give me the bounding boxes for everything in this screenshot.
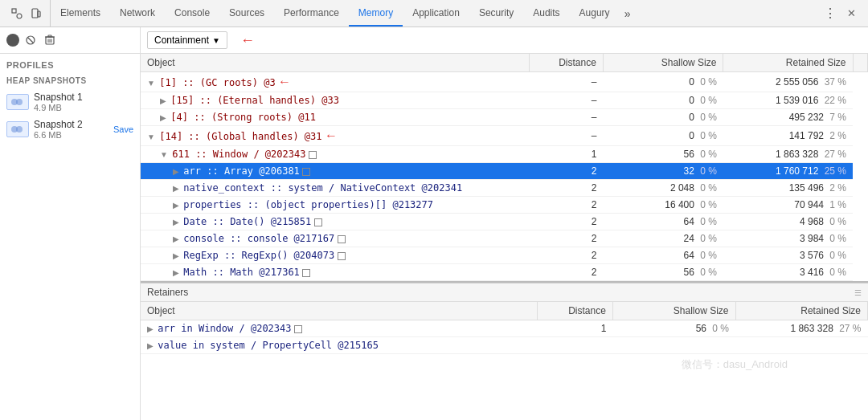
arrow-indicator-1: ← [240, 32, 255, 49]
tab-performance[interactable]: Performance [274, 0, 349, 27]
delete-button[interactable] [42, 32, 58, 48]
svg-rect-3 [38, 11, 40, 17]
table-row[interactable]: ▶ native_context :: system / NativeConte… [141, 180, 868, 197]
record-button[interactable] [6, 34, 19, 47]
table-row[interactable]: ▶ properties :: (object properties)[] @2… [141, 197, 868, 214]
expand-arrow[interactable]: ▶ [147, 324, 154, 333]
shallow-cell: 24 0 % [603, 230, 723, 247]
expand-arrow[interactable]: ▼ [160, 150, 168, 159]
shallow-cell: 64 0 % [603, 247, 723, 264]
content-toolbar: Containment ▼ ← [141, 27, 868, 54]
object-name: arr :: Array @206381 [183, 165, 300, 177]
main-table-container[interactable]: Object Distance Shallow Size Retained Si… [141, 54, 868, 420]
retainer-retained-cell: 1 863 328 27 % [735, 320, 867, 337]
object-cell: ▼ [1] :: (GC roots) @3 ← [141, 72, 529, 92]
stop-button[interactable] [23, 32, 39, 48]
retainer-retained-col-header[interactable]: Retained Size [735, 302, 867, 320]
tab-application[interactable]: Application [403, 0, 469, 27]
distance-cell: 2 [529, 163, 603, 180]
object-name: 611 :: Window / @202343 [172, 149, 305, 160]
expand-arrow[interactable]: ▼ [147, 79, 155, 88]
object-cell: ▶ console :: console @217167 [141, 230, 529, 247]
retainer-distance-cell [537, 337, 612, 354]
distance-cell: 2 [529, 264, 603, 281]
device-toggle-icon[interactable] [27, 5, 45, 22]
expand-arrow[interactable]: ▶ [173, 184, 179, 193]
distance-cell: – [529, 92, 603, 109]
object-name: native_context :: system / NativeContext… [183, 182, 462, 194]
more-tabs-button[interactable]: » [620, 7, 636, 20]
tab-elements[interactable]: Elements [51, 0, 110, 27]
retainers-table: Object Distance Shallow Size Retained Si… [141, 302, 868, 354]
table-row[interactable]: ▶ console :: console @217167 2 24 0 % 3 … [141, 230, 868, 247]
svg-point-14 [16, 99, 23, 105]
tab-security[interactable]: Security [469, 0, 523, 27]
distance-col-header[interactable]: Distance [529, 54, 603, 72]
tab-memory[interactable]: Memory [349, 0, 403, 27]
snapshot-1-item[interactable]: Snapshot 1 4.9 MB [0, 88, 140, 116]
table-row[interactable]: ▶ value in system / PropertyCell @215165 [141, 337, 868, 354]
snapshot-2-save[interactable]: Save [113, 124, 133, 134]
expand-arrow[interactable]: ▶ [173, 234, 179, 243]
retainer-object-col-header: Object [141, 302, 537, 320]
shallow-cell: 0 0 % [603, 126, 723, 146]
tab-sources[interactable]: Sources [219, 0, 274, 27]
tab-augury[interactable]: Augury [570, 0, 620, 27]
table-row[interactable]: ▶ arr in Window / @202343 1 56 0 % 1 863… [141, 320, 868, 337]
expand-arrow[interactable]: ▶ [147, 341, 154, 350]
expand-arrow[interactable]: ▶ [173, 268, 179, 277]
table-row[interactable]: ▶ arr :: Array @206381 2 32 0 % 1 760 71… [141, 163, 868, 180]
retainer-distance-col-header[interactable]: Distance [537, 302, 612, 320]
object-cell: ▶ RegExp :: RegExp() @204073 [141, 247, 529, 264]
expand-arrow[interactable]: ▶ [173, 251, 179, 260]
table-row[interactable]: ▶ [4] :: (Strong roots) @11 – 0 0 % 495 … [141, 109, 868, 126]
retainer-shallow-col-header[interactable]: Shallow Size [612, 302, 735, 320]
retained-cell: 495 232 7 % [723, 109, 853, 126]
expand-arrow[interactable]: ▶ [173, 201, 179, 210]
object-cell: ▶ [4] :: (Strong roots) @11 [141, 109, 529, 126]
snapshot-2-thumb [6, 121, 29, 137]
table-row[interactable]: ▼ [14] :: (Global handles) @31 ← – 0 0 %… [141, 126, 868, 146]
snapshot-2-item[interactable]: Snapshot 2 6.6 MB Save [0, 116, 140, 143]
table-row[interactable]: ▼ [1] :: (GC roots) @3 ← – 0 0 % 2 555 0… [141, 72, 868, 92]
tab-audits[interactable]: Audits [523, 0, 569, 27]
expand-arrow[interactable]: ▶ [173, 167, 179, 176]
profiles-label: Profiles [0, 54, 140, 73]
expand-arrow[interactable]: ▶ [160, 113, 166, 122]
shallow-col-header[interactable]: Shallow Size [603, 54, 723, 72]
svg-line-5 [28, 38, 33, 43]
expand-arrow[interactable]: ▼ [147, 133, 155, 141]
sidebar: Profiles HEAP SNAPSHOTS Snapshot 1 4.9 M… [0, 27, 141, 420]
expand-arrow[interactable]: ▶ [173, 218, 179, 226]
retainers-header-row: Object Distance Shallow Size Retained Si… [141, 302, 868, 320]
table-row[interactable]: ▶ RegExp :: RegExp() @204073 2 64 0 % 3 … [141, 247, 868, 264]
top-bar-end: ⋮ ✕ [817, 5, 865, 22]
distance-cell: 1 [529, 146, 603, 163]
object-cell: ▶ native_context :: system / NativeConte… [141, 180, 529, 197]
more-options-button[interactable]: ⋮ [821, 5, 839, 22]
retainer-name: arr in Window / @202343 [158, 323, 291, 334]
tab-console[interactable]: Console [165, 0, 219, 27]
table-row[interactable]: ▼ 611 :: Window / @202343 1 56 0 % 1 863… [141, 146, 868, 163]
expand-arrow[interactable]: ▶ [160, 96, 166, 105]
retained-cell: 3 576 0 % [723, 247, 853, 264]
shallow-cell: 0 0 % [603, 72, 723, 92]
retained-cell: 135 496 2 % [723, 180, 853, 197]
table-row[interactable]: ▶ Math :: Math @217361 2 56 0 % 3 416 0 … [141, 264, 868, 281]
containment-dropdown[interactable]: Containment ▼ [147, 31, 227, 49]
table-row[interactable]: ▶ Date :: Date() @215851 2 64 0 % 4 968 … [141, 214, 868, 230]
shallow-cell: 0 0 % [603, 109, 723, 126]
distance-cell: – [529, 72, 603, 92]
tab-network[interactable]: Network [110, 0, 165, 27]
retained-cell: 141 792 2 % [723, 126, 853, 146]
snapshot-2-name: Snapshot 2 [34, 119, 108, 130]
table-row[interactable]: ▶ [15] :: (Eternal handles) @33 – 0 0 % … [141, 92, 868, 109]
inspect-icon[interactable] [8, 5, 26, 22]
main-table-body: ▼ [1] :: (GC roots) @3 ← – 0 0 % 2 555 0… [141, 72, 868, 281]
object-name: Math :: Math @217361 [183, 267, 300, 278]
shallow-cell: 0 0 % [603, 92, 723, 109]
retained-col-header[interactable]: Retained Size [723, 54, 853, 72]
object-col-header: Object [141, 54, 529, 72]
close-button[interactable]: ✕ [842, 5, 860, 22]
object-name: RegExp :: RegExp() @204073 [183, 250, 334, 261]
